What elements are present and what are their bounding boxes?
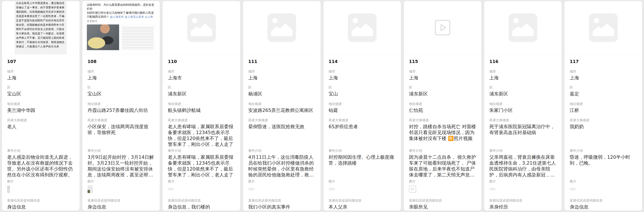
event-label: 事件介绍 <box>409 148 476 153</box>
field-district: 区 浦东新区 <box>168 85 235 102</box>
direct-value: 亲身经历 <box>489 204 557 210</box>
address-label: 地址描述 <box>7 102 74 106</box>
district-label: 区 <box>168 85 235 89</box>
field-direct-or-indirect: 直接信息还是间接信息 亲眼所见 <box>409 198 476 211</box>
field-event-intro: 事件介绍 父亲周嘉祖，肾衰且瘫痪在床靠血透维持生命，3.21住进第七人民医院肾病… <box>489 148 557 179</box>
city-value: 上海市 <box>168 75 235 81</box>
address-label: 地址描述 <box>489 102 557 106</box>
image-label: 图片 <box>248 179 316 183</box>
image-label: 图片 <box>409 179 476 183</box>
district-value: 浦东新区 <box>168 91 235 97</box>
text-screenshot-image: 分左右联系上中华西居委会，通过微信语音确认了这一事实。由于需要保护患者家属的隐私… <box>14 1 67 54</box>
event-label: 事件介绍 <box>7 148 74 153</box>
card-cover-media[interactable] <box>324 1 401 54</box>
event-label: 事件介绍 <box>248 148 316 153</box>
case-card[interactable]: 111 城市 上海 区 杨浦区 地址描述 安波路265弄兰花教师公寓南区 死者大… <box>243 1 321 211</box>
weibo-post-text: 运输有时间，为什么跟居委会的60的菜能到，还好多是烂的 别的区都已经分发过几批物… <box>87 3 156 19</box>
image-placeholder-icon <box>268 13 296 42</box>
field-event-intro: 事件介绍 封控期间因生理、心理上极度痛苦，选择跳楼 <box>329 148 396 179</box>
direct-value: 身边信息 <box>7 204 74 210</box>
victim-value: 晕倒昏迷，送医院抢救无效 <box>248 124 316 130</box>
field-city: 城市 上海 <box>7 69 74 85</box>
event-label: 事件介绍 <box>168 148 235 153</box>
video-thumbnail-play-icon[interactable] <box>409 185 416 193</box>
city-value: 上海 <box>570 75 637 81</box>
screenshot-text: 分左右联系上中华西居委会，通过微信语音确认了这一事实。由于需要保护患者家属的隐私… <box>14 1 67 54</box>
field-city: 城市 上海 <box>409 69 476 85</box>
district-value: 嘉定 <box>570 91 637 97</box>
address-value: 铂庭 <box>329 107 396 113</box>
direct-label: 直接信息还是间接信息 <box>168 198 235 202</box>
case-card[interactable]: 115 城市 上海 区 浦东新区 地址描述 仁怡苑 死者大体描述 封控，跳楼自杀… <box>404 1 482 211</box>
city-label: 城市 <box>168 69 235 73</box>
event-value: 4月11日上午，这位消毒防疫人员在给我们小区封控楼做消杀的时候突然晕倒，小区里有… <box>248 154 316 178</box>
address-label: 地址描述 <box>88 102 155 106</box>
district-value: 宝山区 <box>7 91 74 97</box>
dense-text-screenshot <box>120 25 155 51</box>
case-card[interactable]: 116 城市 上海 区 浦东新区 地址描述 朱家门小区 死者大体描述 死于浦东医… <box>484 1 562 211</box>
victim-label: 死者大体描述 <box>570 118 637 122</box>
card-cover-media[interactable] <box>162 1 240 54</box>
card-fields: 107 城市 上海 区 宝山区 地址描述 美兰湖中华园 死者大体描述 老人 事件… <box>2 54 80 211</box>
field-image: 图片 <box>88 179 155 198</box>
district-label: 区 <box>7 85 74 89</box>
card-cover-media[interactable]: 分左右联系上中华西居委会，通过微信语音确认了这一事实。由于需要保护患者家属的隐私… <box>2 1 80 54</box>
field-address: 地址描述 铂庭 <box>329 102 396 118</box>
field-event-intro: 事件介绍 3月9日起开始封控，3月14日解封。3月23日又一轮封控开始，期间这位… <box>88 148 155 179</box>
address-value: 江桥 <box>570 107 637 113</box>
event-value: 老人感染后物业街道无人跟进，导致老人在没有救援的情况下去世。另外该小区还有不少阳… <box>7 154 74 178</box>
rotten-cabbage-photo <box>87 25 119 50</box>
card-cover-media[interactable]: 运输有时间，为什么跟居委会的60的菜能到，还好多是烂的 别的区都已经分发过几批物… <box>82 1 160 54</box>
card-fields: 111 城市 上海 区 杨浦区 地址描述 安波路265弄兰花教师公寓南区 死者大… <box>243 54 321 211</box>
city-label: 城市 <box>489 69 557 73</box>
field-victim-description: 死者大体描述 老人患有哮喘，家属联系居委报备要求就医，12345也表示尽快，但是… <box>168 118 235 148</box>
city-value: 上海 <box>329 75 396 81</box>
case-card[interactable]: 117 城市 上海 区 嘉定 地址描述 江桥 死者大体描述 我奶奶 事件介绍 昏… <box>564 1 642 211</box>
case-card[interactable]: 分左右联系上中华西居委会，通过微信语音确认了这一事实。由于需要保护患者家属的隐私… <box>2 1 80 211</box>
event-label: 事件介绍 <box>570 148 637 153</box>
card-cover-media[interactable] <box>404 1 482 54</box>
field-image: 图片 <box>248 179 316 198</box>
direct-value: 亲眼所见 <box>409 204 476 210</box>
field-direct-or-indirect: 直接信息还是间接信息 身边信息 <box>88 198 155 211</box>
victim-label: 死者大体描述 <box>489 118 557 122</box>
image-thumbnail[interactable] <box>88 185 93 193</box>
image-thumbnail[interactable] <box>7 185 10 193</box>
card-cover-media[interactable] <box>484 1 562 54</box>
victim-label: 死者大体描述 <box>329 118 396 122</box>
case-id: 114 <box>329 54 396 69</box>
victim-value: 老人患有哮喘，家属联系居委报备要求就医，12345也表示尽快，但是120依然来不… <box>168 124 235 147</box>
field-direct-or-indirect: 直接信息还是间接信息 身边信息 <box>7 198 74 211</box>
district-value: 浦东新区 <box>409 91 476 97</box>
victim-label: 死者大体描述 <box>7 118 74 122</box>
empty-image-thumbnail[interactable] <box>168 188 174 190</box>
district-label: 区 <box>409 85 476 89</box>
case-card[interactable]: 运输有时间，为什么跟居委会的60的菜能到，还好多是烂的 别的区都已经分发过几批物… <box>82 1 160 211</box>
field-district: 区 宝山区 <box>7 85 74 102</box>
field-event-intro: 事件介绍 4月11日上午，这位消毒防疫人员在给我们小区封控楼做消杀的时候突然晕倒… <box>248 148 316 179</box>
direct-label: 直接信息还是间接信息 <box>570 198 637 202</box>
field-district: 区 浦东新区 <box>489 85 557 102</box>
field-direct-or-indirect: 直接信息还是间接信息 亲身经历 <box>489 198 557 211</box>
empty-image-thumbnail[interactable] <box>329 188 335 190</box>
case-card[interactable]: 114 城市 上海 区 宝山 地址描述 铂庭 死者大体描述 65岁癌症患者 事件… <box>323 1 401 211</box>
empty-image-thumbnail[interactable] <box>570 188 576 190</box>
field-district: 区 杨浦区 <box>248 85 316 102</box>
field-victim-description: 死者大体描述 老人 <box>7 118 74 148</box>
field-address: 地址描述 江桥 <box>570 102 637 118</box>
image-label: 图片 <box>329 179 396 183</box>
case-card[interactable]: 110 城市 上海市 区 浦东新区 地址描述 航头镇鹤沙航城 死者大体描述 老人… <box>162 1 240 211</box>
card-cover-media[interactable] <box>243 1 321 54</box>
case-id: 110 <box>168 54 235 69</box>
field-district: 区 宝山区 <box>88 85 155 102</box>
case-id: 116 <box>489 54 557 69</box>
card-fields: 108 城市 上海 区 宝山区 地址描述 丹霞山路257弄馨佳园八街坊 死者大体… <box>82 54 160 211</box>
case-id: 111 <box>248 54 316 69</box>
field-district: 区 宝山 <box>329 85 396 102</box>
card-cover-media[interactable] <box>564 1 642 54</box>
field-district: 区 浦东新区 <box>409 85 476 102</box>
empty-image-thumbnail[interactable] <box>489 188 496 190</box>
field-image: 图片 <box>409 179 476 198</box>
case-id: 117 <box>570 54 637 69</box>
empty-image-thumbnail[interactable] <box>248 188 254 190</box>
